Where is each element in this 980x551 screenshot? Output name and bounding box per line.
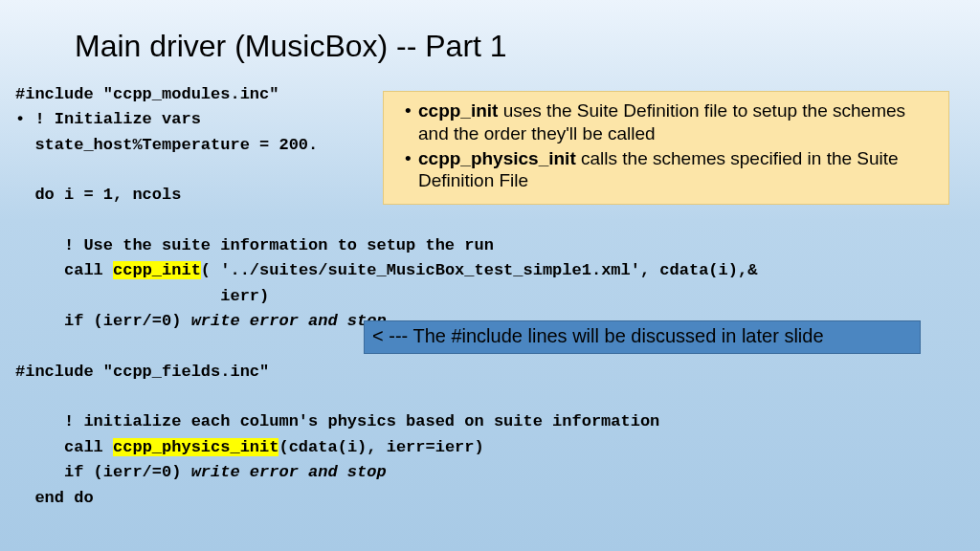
- code-line-initialize-comment: • ! Initialize vars: [15, 110, 201, 128]
- code-line-physics-init-call: call ccpp_physics_init(cdata(i), ierr=ie…: [15, 438, 484, 456]
- slide-title: Main driver (MusicBox) -- Part 1: [75, 29, 507, 64]
- ccpp-init-highlight: ccpp_init: [113, 261, 201, 279]
- code-line-error-check: if (ierr/=0) write error and stop: [15, 463, 387, 481]
- code-line-physics-comment: ! initialize each column's physics based…: [15, 412, 659, 430]
- callout-item-ccpp-physics-init: ccpp_physics_init calls the schemes spec…: [405, 147, 939, 193]
- code-line-include-modules: #include "ccpp_modules.inc": [15, 85, 278, 103]
- code-line-do-loop: do i = 1, ncols: [15, 186, 181, 204]
- ccpp-physics-init-highlight: ccpp_physics_init: [113, 438, 278, 456]
- code-line-temperature-assign: state_host%Temperature = 200.: [15, 136, 318, 154]
- code-line-ccpp-init-call: call ccpp_init( '../suites/suite_MusicBo…: [15, 261, 757, 279]
- code-line-error-check: if (ierr/=0) write error and stop: [15, 312, 387, 330]
- code-line-ierr-arg: ierr): [15, 287, 269, 305]
- callout-item-ccpp-init: ccpp_init uses the Suite Definition file…: [405, 99, 939, 145]
- code-line-end-do: end do: [15, 489, 94, 507]
- annotation-box: < --- The #include lines will be discuss…: [364, 320, 921, 354]
- code-line-include-fields: #include "ccpp_fields.inc": [15, 363, 269, 381]
- code-line-suite-comment: ! Use the suite information to setup the…: [15, 236, 494, 254]
- callout-box: ccpp_init uses the Suite Definition file…: [383, 91, 949, 205]
